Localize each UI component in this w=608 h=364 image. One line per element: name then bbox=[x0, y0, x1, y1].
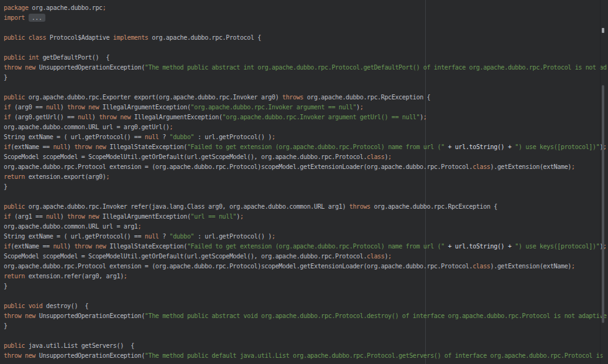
code-line: public java.util.List getServers() { bbox=[4, 341, 608, 351]
code-token: throw new bbox=[99, 114, 131, 121]
code-token bbox=[25, 14, 29, 21]
code-line: org.apache.dubbo.common.URL url = arg1; bbox=[4, 222, 608, 232]
code-token: null bbox=[53, 143, 67, 150]
code-token: ; bbox=[571, 263, 575, 270]
code-line: } bbox=[4, 73, 608, 83]
code-token: UnsupportedOperationException( bbox=[35, 352, 145, 359]
code-token: org.apache.dubbo.rpc.Protocol { bbox=[149, 34, 261, 41]
code-token: IllegalStateException( bbox=[106, 243, 187, 250]
code-token: public bbox=[4, 203, 25, 210]
code-token: destroy() { bbox=[42, 303, 88, 309]
code-line: import ... bbox=[4, 13, 608, 23]
code-line: if (arg1 == null) throw new IllegalArgum… bbox=[4, 212, 608, 222]
code-token: import bbox=[4, 14, 25, 21]
code-line bbox=[4, 23, 608, 33]
code-token: String extName = ( url.getProtocol() == bbox=[4, 134, 145, 140]
code-token: ? bbox=[159, 233, 170, 240]
code-token: ; bbox=[272, 134, 275, 140]
code-line: ScopeModel scopeModel = ScopeModelUtil.g… bbox=[4, 252, 608, 262]
code-token: public bbox=[4, 342, 25, 349]
code-token: "The method public abstract int org.apac… bbox=[145, 64, 607, 71]
code-line: public org.apache.dubbo.rpc.Exporter exp… bbox=[4, 93, 608, 102]
code-token: ; bbox=[360, 104, 364, 111]
code-token: null bbox=[78, 114, 92, 121]
code-token: ; bbox=[272, 233, 275, 240]
code-token: throw new bbox=[67, 213, 99, 220]
code-token: public int bbox=[4, 54, 39, 61]
code-token: IllegalStateException( bbox=[106, 143, 187, 150]
scrollbar[interactable] bbox=[600, 0, 608, 364]
code-token: ; bbox=[388, 153, 392, 160]
folded-imports-chip[interactable]: ... bbox=[29, 14, 45, 22]
code-line: public org.apache.dubbo.rpc.Invoker refe… bbox=[4, 202, 608, 212]
code-token: null bbox=[46, 104, 60, 111]
code-token: ; bbox=[103, 4, 106, 11]
code-line: throw new UnsupportedOperationException(… bbox=[4, 311, 608, 321]
code-token: UnsupportedOperationException( bbox=[35, 64, 145, 71]
code-line: throw new UnsupportedOperationException(… bbox=[4, 63, 608, 73]
code-token: "org.apache.dubbo.rpc.Invoker argument g… bbox=[223, 114, 420, 121]
code-token: "The method public abstract void org.apa… bbox=[145, 312, 607, 319]
code-token: "org.apache.dubbo.rpc.Invoker argument =… bbox=[191, 104, 357, 111]
error-stripe-mark[interactable] bbox=[602, 28, 604, 33]
code-token: java.util.List getServers() { bbox=[25, 342, 134, 349]
code-line: String extName = ( url.getProtocol() == … bbox=[4, 132, 608, 142]
code-token: getDefaultPort() { bbox=[39, 54, 109, 61]
code-token: return bbox=[4, 173, 25, 180]
code-token: org.apache.dubbo.common.URL url = arg1 bbox=[4, 223, 137, 230]
code-token: "Failed to get extension (org.apache.dub… bbox=[187, 143, 444, 150]
code-line: String extName = ( url.getProtocol() == … bbox=[4, 232, 608, 242]
code-token: org.apache.dubbo.rpc.Protocol extension … bbox=[4, 263, 472, 270]
code-token: ).getExtension(extName) bbox=[491, 163, 571, 170]
code-line: public class Protocol$Adaptive implement… bbox=[4, 33, 608, 43]
code-token: (extName == bbox=[11, 243, 53, 250]
code-area[interactable]: package org.apache.dubbo.rpc;import ...p… bbox=[0, 0, 608, 364]
code-token: org.apache.dubbo.rpc.RpcException { bbox=[371, 203, 497, 210]
code-line: public void destroy() { bbox=[4, 301, 608, 311]
code-token: if bbox=[4, 143, 11, 150]
code-token: ; bbox=[137, 223, 141, 230]
code-token: ") use keys([protocol])" bbox=[515, 143, 599, 150]
code-token: org.apache.dubbo.common.URL url = arg0.g… bbox=[4, 124, 170, 130]
code-token: if bbox=[4, 104, 11, 111]
code-token: IllegalArgumentException( bbox=[99, 213, 190, 220]
code-line: if (arg0 == null) throw new IllegalArgum… bbox=[4, 102, 608, 112]
code-token: null bbox=[46, 213, 60, 220]
code-token: throws bbox=[349, 203, 371, 210]
code-token: UnsupportedOperationException( bbox=[35, 312, 145, 319]
code-token: throw new bbox=[74, 143, 106, 150]
code-token: ") use keys([protocol])" bbox=[515, 243, 599, 250]
code-token: ; bbox=[106, 173, 109, 180]
code-line: if(extName == null) throw new IllegalSta… bbox=[4, 242, 608, 252]
code-token: "Failed to get extension (org.apache.dub… bbox=[187, 243, 444, 250]
code-token: throw new bbox=[4, 352, 35, 359]
code-token: if bbox=[4, 243, 11, 250]
code-token: org.apache.dubbo.rpc.RpcException { bbox=[303, 94, 430, 101]
code-token: ) bbox=[92, 114, 99, 121]
code-line: } bbox=[4, 321, 608, 331]
code-token: IllegalArgumentException( bbox=[131, 114, 222, 121]
code-token: ; bbox=[170, 124, 173, 130]
code-token: ; bbox=[388, 253, 392, 260]
code-token: org.apache.dubbo.rpc bbox=[29, 4, 103, 11]
code-token: "The method public default java.util.Lis… bbox=[145, 352, 603, 359]
code-line: } bbox=[4, 182, 608, 192]
code-token: "dubbo" bbox=[170, 233, 195, 240]
code-editor[interactable]: package org.apache.dubbo.rpc;import ...p… bbox=[0, 0, 608, 364]
code-line: throw new UnsupportedOperationException(… bbox=[4, 351, 608, 361]
code-token: package bbox=[4, 4, 29, 11]
code-token: throw new bbox=[67, 104, 99, 111]
code-token: ) bbox=[67, 243, 74, 250]
code-token: + url.toString() + bbox=[444, 243, 515, 250]
code-token: public class bbox=[4, 34, 46, 41]
code-token: extension.export(arg0) bbox=[25, 173, 106, 180]
code-line bbox=[4, 331, 608, 341]
code-token: throws bbox=[282, 94, 303, 101]
code-token: null bbox=[53, 243, 67, 250]
code-token: ? bbox=[159, 134, 170, 140]
scrollbar-thumb[interactable] bbox=[602, 85, 604, 323]
code-token: public void bbox=[4, 303, 42, 309]
code-token: } bbox=[4, 183, 7, 190]
code-token: org.apache.dubbo.rpc.Exporter export(org… bbox=[25, 94, 282, 101]
code-token: extension.refer(arg0, arg1) bbox=[25, 273, 124, 280]
